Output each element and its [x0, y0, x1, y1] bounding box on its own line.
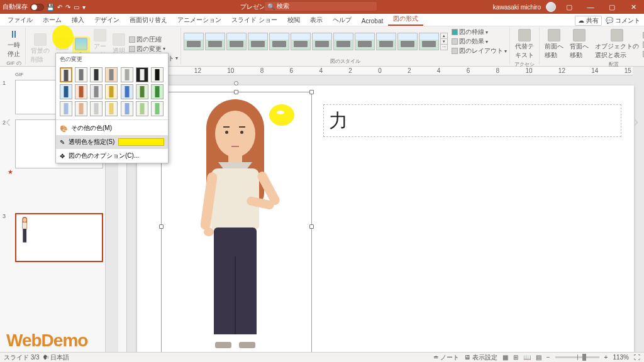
tab-slideshow[interactable]: スライド ショー [226, 14, 282, 26]
zoom-value[interactable]: 113% [613, 354, 629, 361]
set-transparent-item[interactable]: ✎透明色を指定(S) [56, 135, 168, 149]
minimize-icon[interactable]: — [582, 3, 599, 11]
color-swatch[interactable] [90, 67, 103, 82]
color-swatch[interactable] [75, 67, 87, 82]
color-swatch[interactable] [121, 101, 133, 116]
zoom-in-icon[interactable]: + [604, 354, 608, 361]
ribbon-opts-icon[interactable]: ▢ [561, 3, 577, 11]
selection-pane-button[interactable]: オブジェクトの 選択と表示 [592, 28, 641, 61]
color-swatch[interactable] [121, 67, 133, 82]
reading-view-icon[interactable]: 📖 [523, 354, 531, 361]
slideshow-view-icon[interactable]: ▤ [536, 354, 541, 361]
tab-help[interactable]: ヘルプ [328, 14, 357, 26]
ribbon-tabs: ファイル ホーム 挿入 デザイン 画面切り替え アニメーション スライド ショー… [0, 14, 644, 26]
autosave-toggle[interactable] [30, 4, 44, 11]
color-swatch[interactable] [121, 84, 133, 99]
annotation-scribble [269, 104, 294, 126]
tab-home[interactable]: ホーム [38, 14, 67, 26]
pause-button[interactable]: ⏸一時 停止 [5, 28, 23, 60]
maximize-icon[interactable]: ▢ [604, 3, 620, 11]
remove-bg-button[interactable]: 背景の 削除 [28, 32, 52, 65]
slide-editor[interactable]: 1614121086420246810121415 力 [106, 67, 644, 352]
pic-color-options-item[interactable]: ✥図の色のオプション(C)... [56, 149, 168, 163]
color-swatch[interactable] [60, 67, 72, 82]
autosave-label: 自動保存 [3, 3, 28, 11]
color-swatch[interactable] [151, 84, 164, 99]
title-placeholder[interactable]: 力 [323, 104, 621, 137]
watermark: WebDemo [6, 331, 87, 351]
slide-thumb-3[interactable] [15, 213, 103, 262]
group-accessibility: 代替テ キスト アクセシビリティ [510, 28, 540, 65]
color-swatch[interactable] [136, 67, 148, 82]
status-bar: スライド 3/3 🗣 日本語 ≐ ノート 🖥 表示設定 ▦ ⊞ 📖 ▤ − + … [0, 352, 644, 362]
share-button[interactable]: ☁ 共有 [575, 16, 602, 26]
notes-button[interactable]: ≐ ノート [433, 353, 459, 362]
prev-chevron-icon[interactable]: ‹ [3, 112, 14, 131]
style-gallery[interactable]: ▴▾⋯ [184, 31, 448, 52]
qat-icon[interactable]: ▭ [74, 4, 79, 11]
alt-text-button[interactable]: 代替テ キスト [513, 28, 536, 61]
color-swatch[interactable] [105, 101, 118, 116]
redo-icon[interactable]: ↷ [65, 4, 70, 11]
tab-view[interactable]: 表示 [305, 14, 328, 26]
save-icon[interactable]: 💾 [47, 4, 54, 11]
avatar[interactable] [546, 2, 556, 12]
color-swatch[interactable] [60, 101, 72, 116]
tab-design[interactable]: デザイン [89, 14, 125, 26]
tab-acrobat[interactable]: Acrobat [357, 16, 388, 26]
lang-label[interactable]: 🗣 日本語 [43, 353, 70, 362]
eyedropper-icon: ✎ [60, 139, 65, 146]
group-arrange: 前面へ 移動 背面へ 移動 オブジェクトの 選択と表示 配置 ▾ グループ化 ▾… [540, 28, 644, 65]
sorter-view-icon[interactable]: ⊞ [513, 354, 518, 361]
color-swatch[interactable] [90, 84, 103, 99]
comments-button[interactable]: 💬 コメント [606, 16, 640, 25]
change-pic-button[interactable]: 図の変更 ▾ [129, 45, 178, 53]
slide-counter[interactable]: スライド 3/3 [4, 353, 40, 362]
color-swatch[interactable] [60, 84, 72, 99]
color-dd-header: 色の変更 [56, 53, 168, 65]
tab-transitions[interactable]: 画面切り替え [125, 14, 172, 26]
search-placeholder: 検索 [277, 2, 289, 11]
color-swatch[interactable] [151, 101, 164, 116]
group-styles: ▴▾⋯ 図の枠線 ▾ 図の効果 ▾ 図のレイアウト ▾ 図のスタイル [181, 28, 510, 65]
color-dropdown: 色の変更 🎨その他の色(M) ✎透明色を指定(S) ✥図の色のオプション(C).… [55, 53, 169, 163]
color-swatch[interactable] [136, 101, 148, 116]
tab-animations[interactable]: アニメーション [172, 14, 226, 26]
gear-icon: ✥ [60, 153, 65, 160]
display-settings[interactable]: 🖥 表示設定 [464, 353, 497, 362]
quick-access-toolbar: 💾 ↶ ↷ ▭ ▾ [47, 4, 86, 11]
zoom-slider[interactable] [555, 356, 599, 358]
tab-picture-format[interactable]: 図の形式 [388, 13, 423, 26]
tab-file[interactable]: ファイル [3, 14, 38, 26]
color-swatch[interactable] [136, 84, 148, 99]
next-chevron-icon[interactable]: › [630, 112, 641, 131]
search-box[interactable]: 🔍 検索 [264, 1, 377, 11]
slide-canvas[interactable]: 力 [137, 85, 634, 362]
pic-effects-button[interactable]: 図の効果 ▾ [452, 37, 507, 46]
group-gif: ⏸一時 停止 GIF の再生 [3, 28, 26, 65]
tab-review[interactable]: 校閲 [282, 14, 305, 26]
bring-forward-button[interactable]: 前面へ 移動 [542, 28, 566, 61]
color-swatch[interactable] [105, 67, 118, 82]
search-icon: 🔍 [267, 3, 275, 10]
fit-icon[interactable]: ⛶ [634, 354, 640, 361]
color-swatch[interactable] [151, 67, 164, 82]
color-swatch[interactable] [75, 101, 87, 116]
undo-icon[interactable]: ↶ [57, 4, 62, 11]
person-image[interactable] [179, 99, 292, 351]
more-colors-item[interactable]: 🎨その他の色(M) [56, 121, 168, 135]
tab-insert[interactable]: 挿入 [67, 14, 89, 26]
color-swatch[interactable] [75, 84, 87, 99]
color-swatch[interactable] [90, 101, 103, 116]
pic-layout-button[interactable]: 図のレイアウト ▾ [452, 47, 507, 55]
zoom-out-icon[interactable]: − [547, 354, 550, 361]
send-backward-button[interactable]: 背面へ 移動 [567, 28, 591, 61]
compress-button[interactable]: 図の圧縮 [129, 35, 178, 44]
normal-view-icon[interactable]: ▦ [502, 354, 508, 361]
user-name[interactable]: kawasaki michiro [493, 4, 541, 11]
highlight-scribble [52, 25, 74, 49]
pic-border-button[interactable]: 図の枠線 ▾ [452, 28, 507, 36]
gallery-more-icon[interactable]: ▴▾⋯ [440, 33, 448, 50]
color-swatch[interactable] [105, 84, 118, 99]
close-icon[interactable]: ✕ [625, 3, 641, 11]
